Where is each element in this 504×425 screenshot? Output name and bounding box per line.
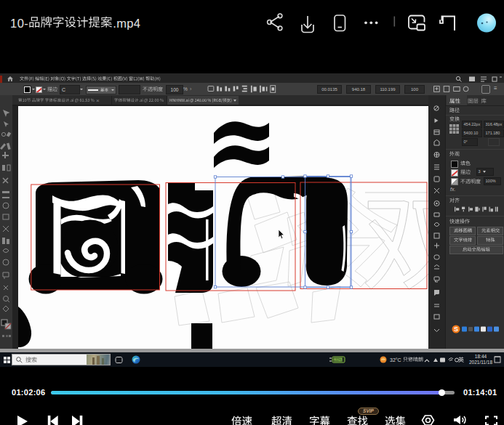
svg-text:S: S xyxy=(454,325,458,333)
svg-text:100%: 100% xyxy=(333,358,342,362)
